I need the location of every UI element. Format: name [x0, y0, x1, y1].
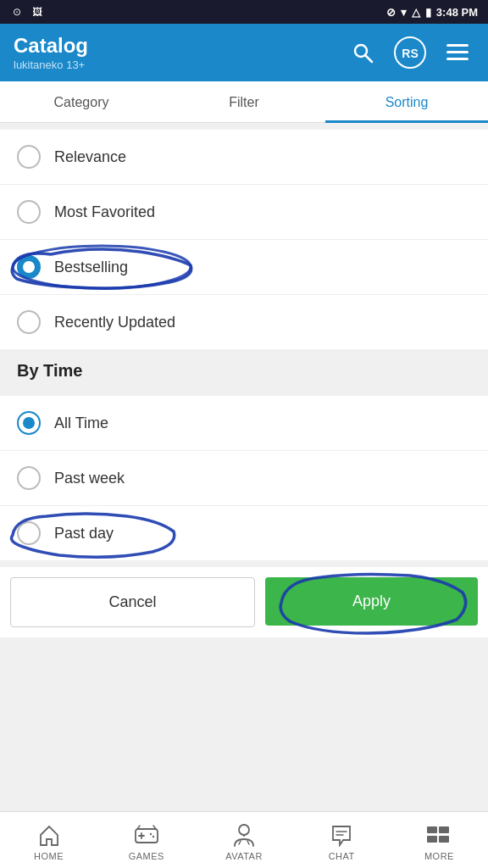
image-icon: 🖼: [30, 5, 44, 19]
nav-label-home: HOME: [34, 851, 64, 861]
bottom-nav: HOME GAMES AVATAR: [0, 811, 488, 868]
nav-label-games: GAMES: [129, 851, 164, 861]
time-display: 3:48 PM: [436, 6, 478, 19]
sort-label-past-week: Past week: [54, 470, 125, 487]
tab-sorting[interactable]: Sorting: [325, 81, 488, 123]
cancel-button[interactable]: Cancel: [10, 577, 255, 627]
header-icons: RS: [346, 36, 474, 70]
radio-bestselling: [17, 255, 41, 279]
sort-option-relevance[interactable]: Relevance: [0, 130, 488, 185]
svg-point-11: [150, 833, 152, 835]
svg-point-15: [239, 825, 249, 835]
sort-label-recently-updated: Recently Updated: [54, 314, 175, 331]
nav-label-chat: CHAT: [329, 851, 355, 861]
svg-point-12: [152, 836, 154, 837]
apply-wrapper: Apply: [265, 577, 478, 627]
time-options-section: All Time Past week Past day: [0, 396, 488, 560]
chat-icon: [329, 822, 354, 848]
rs-button[interactable]: RS: [393, 36, 427, 70]
sort-label-past-day: Past day: [54, 525, 114, 542]
nav-item-avatar[interactable]: AVATAR: [195, 819, 292, 865]
nav-item-chat[interactable]: CHAT: [293, 819, 391, 865]
svg-rect-6: [446, 58, 469, 60]
sort-label-relevance: Relevance: [54, 148, 126, 166]
sort-option-recently-updated[interactable]: Recently Updated: [0, 295, 488, 349]
signal-icon: △: [412, 6, 420, 19]
svg-rect-5: [446, 51, 469, 53]
search-button[interactable]: [346, 36, 380, 70]
tab-category[interactable]: Category: [0, 81, 163, 123]
sort-label-all-time: All Time: [54, 415, 108, 432]
nav-item-home[interactable]: HOME: [0, 819, 97, 865]
nav-item-games[interactable]: GAMES: [97, 819, 195, 865]
nav-label-more: MORE: [424, 851, 454, 861]
radio-most-favorited: [17, 200, 41, 224]
header: Catalog lukitaneko 13+ RS: [0, 24, 488, 81]
svg-line-1: [366, 56, 373, 63]
radio-past-day: [17, 521, 41, 545]
menu-button[interactable]: [441, 36, 474, 70]
circle-icon: ⊙: [10, 5, 24, 19]
svg-rect-22: [439, 836, 449, 843]
svg-rect-21: [427, 836, 437, 843]
nav-item-more[interactable]: MORE: [391, 819, 488, 865]
wifi-icon: ▾: [401, 6, 407, 19]
header-subtitle: lukitaneko 13+: [14, 58, 346, 71]
svg-rect-4: [446, 44, 469, 47]
radio-past-week: [17, 466, 41, 490]
svg-rect-19: [427, 826, 437, 833]
sort-option-past-day[interactable]: Past day: [0, 506, 488, 560]
radio-relevance: [17, 145, 41, 169]
apply-button[interactable]: Apply: [265, 577, 478, 626]
games-icon: [134, 822, 159, 848]
sort-options-section: Relevance Most Favorited Bestselling Rec…: [0, 130, 488, 349]
by-time-header: By Time: [0, 349, 488, 389]
sort-option-past-week[interactable]: Past week: [0, 451, 488, 506]
sort-option-all-time[interactable]: All Time: [0, 396, 488, 451]
tab-filter[interactable]: Filter: [163, 81, 325, 123]
sort-option-bestselling[interactable]: Bestselling: [0, 240, 488, 295]
tabs: Category Filter Sorting: [0, 81, 488, 123]
battery-icon: ▮: [425, 6, 431, 19]
svg-text:RS: RS: [402, 47, 418, 60]
no-signal-icon: ⊘: [386, 6, 396, 19]
radio-recently-updated: [17, 310, 41, 334]
more-icon: [426, 822, 452, 848]
home-icon: [36, 822, 62, 848]
action-buttons: Cancel Apply: [0, 567, 488, 637]
header-title-group: Catalog lukitaneko 13+: [14, 34, 346, 71]
sort-option-most-favorited[interactable]: Most Favorited: [0, 185, 488, 240]
sort-label-bestselling: Bestselling: [54, 259, 128, 276]
radio-all-time: [17, 411, 41, 435]
sort-label-most-favorited: Most Favorited: [54, 203, 155, 221]
header-title: Catalog: [14, 34, 346, 58]
svg-rect-20: [439, 826, 449, 833]
avatar-icon: [231, 822, 257, 848]
status-bar: ⊙ 🖼 ⊘ ▾ △ ▮ 3:48 PM: [0, 0, 488, 24]
nav-label-avatar: AVATAR: [225, 851, 263, 861]
